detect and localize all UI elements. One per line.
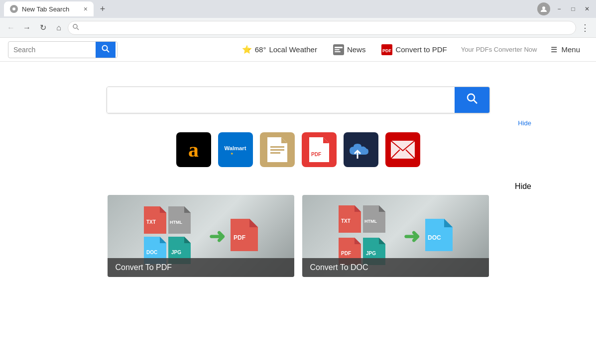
doc-input-files: TXT HTML PDF JPG <box>339 205 398 267</box>
pdf-toolbar-item[interactable]: PDF Convert to PDF <box>373 40 455 59</box>
center-search-box <box>107 87 490 113</box>
tab-close-button[interactable]: × <box>84 5 88 13</box>
svg-text:TXT: TXT <box>341 218 351 224</box>
svg-marker-57 <box>444 219 453 227</box>
svg-text:Walmart: Walmart <box>224 145 246 151</box>
convert-to-doc-card[interactable]: TXT HTML PDF JPG <box>302 195 489 277</box>
docs-icon <box>267 137 287 162</box>
address-bar: ← → ↻ ⌂ ⋮ <box>0 18 596 38</box>
toolbar-search-box <box>8 41 118 58</box>
convert-to-pdf-card[interactable]: TXT HTML DOC JPG <box>108 195 294 277</box>
svg-text:PDF: PDF <box>311 152 321 157</box>
address-input[interactable] <box>68 21 576 35</box>
hide-link-1: Hide <box>10 118 586 127</box>
svg-marker-45 <box>355 205 361 212</box>
pdf-label: Convert to PDF <box>395 45 447 54</box>
cloud-icon <box>349 140 373 160</box>
menu-button[interactable]: ☰ Menu <box>543 41 588 58</box>
amazon-icon: a <box>188 138 199 162</box>
weather-label: Local Weather <box>269 45 317 54</box>
weather-toolbar-item[interactable]: ⭐ 68° Local Weather <box>234 41 325 58</box>
center-search-button[interactable] <box>455 87 489 113</box>
svg-line-14 <box>474 100 477 104</box>
pdf-input-files: TXT HTML DOC JPG <box>144 206 204 266</box>
svg-rect-10 <box>335 51 341 52</box>
svg-marker-39 <box>184 237 191 243</box>
svg-point-3 <box>73 24 77 28</box>
svg-text:JPG: JPG <box>366 251 376 256</box>
address-search-icon <box>73 24 79 32</box>
convert-to-pdf-label: Convert To PDF <box>108 258 294 277</box>
mail-icon <box>391 141 415 159</box>
svg-point-13 <box>468 94 475 101</box>
toolbar-tagline: Your PDFs Converter Now <box>461 46 537 53</box>
center-search-area <box>10 87 586 113</box>
svg-marker-18 <box>281 137 287 143</box>
quick-link-cloud[interactable] <box>344 132 378 167</box>
center-search-input[interactable] <box>107 87 455 113</box>
forward-button[interactable]: → <box>20 21 34 35</box>
weather-icon: ⭐ <box>242 45 252 54</box>
svg-point-1 <box>12 7 15 10</box>
svg-text:PDF: PDF <box>341 251 351 256</box>
quick-links: a Walmart ★ <box>10 132 586 167</box>
pdf-output-file: PDF <box>231 219 258 253</box>
maximize-button[interactable]: □ <box>568 4 578 14</box>
convert-arrow-2: ➜ <box>403 225 420 248</box>
quick-link-pdf-app[interactable]: PDF <box>302 132 337 167</box>
tab-title: New Tab Search <box>22 5 69 13</box>
back-button[interactable]: ← <box>4 21 18 35</box>
svg-text:★: ★ <box>231 151 234 155</box>
hide-button-2[interactable]: Hide <box>515 182 531 190</box>
svg-point-5 <box>103 45 108 50</box>
toolbar-search-input[interactable] <box>8 43 96 57</box>
toolbar-search-button[interactable] <box>96 42 116 58</box>
svg-marker-48 <box>379 205 385 212</box>
quick-link-walmart[interactable]: Walmart ★ <box>218 132 253 167</box>
quick-link-mail[interactable] <box>385 132 420 167</box>
quick-link-amazon[interactable]: a <box>176 132 211 167</box>
title-bar: New Tab Search × + − □ ✕ <box>0 0 596 18</box>
hide-link-2: Hide <box>10 182 586 191</box>
walmart-icon: Walmart ★ <box>223 139 248 161</box>
toolbar: ⭐ 68° Local Weather News PDF Convert to … <box>0 38 596 62</box>
home-button[interactable]: ⌂ <box>52 21 66 35</box>
menu-label: Menu <box>561 45 580 54</box>
profile-button[interactable] <box>537 2 550 15</box>
new-tab-button[interactable]: + <box>96 2 110 16</box>
close-window-button[interactable]: ✕ <box>582 4 592 14</box>
svg-marker-42 <box>249 219 258 227</box>
svg-text:JPG: JPG <box>171 250 181 255</box>
svg-text:HTML: HTML <box>364 219 377 224</box>
hamburger-icon: ☰ <box>551 45 557 54</box>
temperature-label: 68° <box>255 45 266 54</box>
svg-text:HTML: HTML <box>170 220 182 225</box>
svg-rect-8 <box>335 47 343 48</box>
svg-line-4 <box>77 28 79 30</box>
quick-link-docs[interactable] <box>260 132 295 167</box>
address-wrapper <box>68 21 576 35</box>
svg-marker-51 <box>355 238 361 244</box>
news-label: News <box>347 45 366 54</box>
window-controls: − □ ✕ <box>537 2 592 15</box>
reload-button[interactable]: ↻ <box>36 21 50 35</box>
svg-text:PDF: PDF <box>382 48 392 53</box>
tab-favicon <box>10 5 18 13</box>
svg-rect-21 <box>270 152 280 154</box>
hide-button-1[interactable]: Hide <box>518 119 531 127</box>
browser-menu-button[interactable]: ⋮ <box>578 21 592 35</box>
minimize-button[interactable]: − <box>554 4 564 14</box>
news-toolbar-item[interactable]: News <box>325 40 374 59</box>
doc-output-file: DOC <box>425 219 453 253</box>
svg-point-2 <box>542 6 545 9</box>
convert-to-doc-label: Convert To DOC <box>302 258 489 277</box>
pdf-icon: PDF <box>381 44 392 55</box>
news-icon <box>333 44 344 55</box>
tab-area: New Tab Search × + <box>4 1 537 16</box>
active-tab[interactable]: New Tab Search × <box>4 1 94 16</box>
pdf-app-icon: PDF <box>309 137 329 162</box>
svg-marker-30 <box>160 206 166 213</box>
main-content: Hide a Walmart ★ <box>0 62 596 364</box>
svg-marker-23 <box>323 137 329 143</box>
svg-rect-19 <box>270 146 284 148</box>
